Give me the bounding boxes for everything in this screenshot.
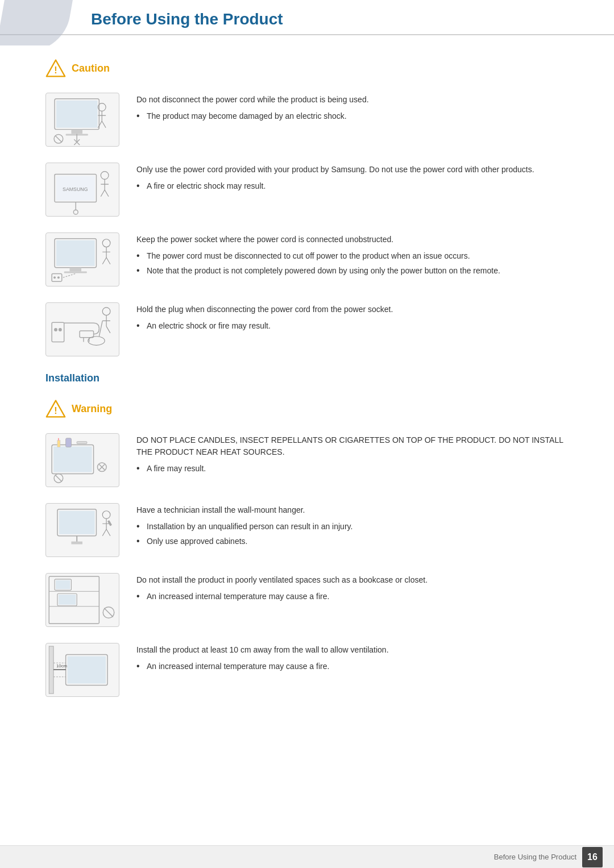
svg-rect-42 [80, 331, 93, 338]
warning-bullet-2-1: Only use approved cabinets. [136, 535, 569, 547]
warning-label: Warning [72, 403, 112, 415]
warning-icon: ! [45, 398, 66, 419]
caution-text-2: Only use the power cord provided with yo… [136, 163, 569, 195]
svg-rect-54 [53, 447, 92, 472]
svg-line-60 [55, 475, 62, 481]
caution-image-1 [45, 93, 119, 147]
svg-line-15 [55, 135, 62, 142]
warning-main-1: DO NOT PLACE CANDLES, INSECT REPELLANTS … [136, 434, 569, 458]
caution-image-4 [45, 302, 119, 356]
svg-line-82 [104, 608, 113, 617]
header-decoration [0, 0, 74, 45]
svg-point-68 [102, 511, 110, 519]
warning-image-3 [45, 573, 119, 627]
caution-item-2: SAMSUNG Only use the power cord provided… [45, 163, 569, 217]
caution-image-3 [45, 232, 119, 286]
svg-rect-80 [56, 580, 70, 589]
svg-rect-78 [59, 595, 76, 605]
svg-rect-4 [71, 130, 82, 134]
caution-main-1: Do not disconnect the power cord while t… [136, 94, 569, 106]
svg-line-25 [105, 190, 109, 197]
caution-main-2: Only use the power cord provided with yo… [136, 164, 569, 176]
svg-rect-27 [56, 240, 95, 266]
svg-text:SAMSUNG: SAMSUNG [63, 186, 88, 192]
warning-image-4: 10cm [45, 643, 119, 697]
svg-line-37 [102, 258, 106, 264]
svg-line-38 [106, 258, 110, 264]
svg-line-72 [106, 529, 110, 536]
svg-line-33 [63, 273, 76, 277]
svg-rect-73 [107, 520, 112, 526]
svg-point-45 [88, 337, 105, 346]
caution-text-1: Do not disconnect the power cord while t… [136, 93, 569, 125]
svg-rect-29 [64, 272, 87, 273]
svg-point-21 [101, 172, 109, 180]
warning-item-2: Have a technician install the wall-mount… [45, 503, 569, 557]
warning-item-3: Do not install the product in poorly ven… [45, 573, 569, 627]
caution-text-3: Keep the power socket where the power co… [136, 232, 569, 280]
svg-text:10cm: 10cm [56, 663, 67, 668]
svg-rect-85 [68, 657, 106, 684]
caution-bullets-3: The power cord must be disconnected to c… [136, 250, 569, 277]
svg-line-71 [102, 529, 106, 536]
svg-point-46 [102, 308, 110, 315]
caution-bullets-4: An electric shock or fire may result. [136, 320, 569, 332]
warning-bullets-1: A fire may result. [136, 463, 569, 475]
svg-rect-83 [49, 646, 53, 693]
svg-text:!: ! [54, 65, 57, 75]
svg-line-12 [98, 121, 102, 128]
svg-point-41 [59, 328, 62, 331]
footer-page-number: 16 [582, 847, 603, 867]
svg-rect-65 [59, 511, 95, 534]
page-header: Before Using the Product [0, 0, 614, 35]
caution-bullet-2-0: A fire or electric shock may result. [136, 180, 569, 192]
svg-line-49 [99, 321, 102, 336]
caution-main-3: Keep the power socket where the power co… [136, 234, 569, 246]
warning-bullets-4: An increased internal temperature may ca… [136, 661, 569, 672]
svg-text:!: ! [54, 405, 57, 416]
warning-text-1: DO NOT PLACE CANDLES, INSECT REPELLANTS … [136, 433, 569, 477]
caution-item-3: Keep the power socket where the power co… [45, 232, 569, 286]
warning-bullets-3: An increased internal temperature may ca… [136, 591, 569, 603]
svg-rect-30 [52, 273, 62, 281]
svg-point-40 [54, 328, 57, 331]
caution-item-1: Do not disconnect the power cord while t… [45, 93, 569, 147]
svg-point-32 [57, 276, 60, 279]
footer-label: Before Using the Product [494, 853, 576, 861]
warning-section-badge: ! Warning [45, 398, 569, 419]
caution-label: Caution [72, 63, 110, 74]
warning-bullet-1-0: A fire may result. [136, 463, 569, 475]
caution-bullets-1: The product may become damaged by an ele… [136, 110, 569, 122]
warning-image-2 [45, 503, 119, 557]
warning-main-2: Have a technician install the wall-mount… [136, 504, 569, 516]
warning-text-4: Install the product at least 10 cm away … [136, 643, 569, 675]
svg-rect-55 [57, 441, 60, 447]
warning-item-4: 10cm Install the product at least 10 cm … [45, 643, 569, 697]
warning-bullet-3-0: An increased internal temperature may ca… [136, 591, 569, 603]
caution-bullet-4-0: An electric shock or fire may result. [136, 320, 569, 332]
warning-image-1 [45, 433, 119, 487]
svg-rect-28 [69, 268, 81, 272]
warning-text-2: Have a technician install the wall-mount… [136, 503, 569, 550]
caution-bullet-3-0: The power cord must be disconnected to c… [136, 250, 569, 262]
warning-bullets-2: Installation by an unqualified person ca… [136, 521, 569, 547]
page-title: Before Using the Product [91, 10, 283, 28]
caution-section-badge: ! Caution [45, 58, 569, 78]
caution-item-4: Hold the plug when disconnecting the pow… [45, 302, 569, 356]
main-content: ! Caution [0, 35, 614, 730]
svg-point-34 [102, 239, 110, 247]
svg-point-20 [73, 210, 78, 214]
caution-bullet-3-1: Note that the product is not completely … [136, 265, 569, 277]
caution-bullets-2: A fire or electric shock may result. [136, 180, 569, 192]
warning-text-3: Do not install the product in poorly ven… [136, 573, 569, 605]
svg-rect-3 [56, 101, 97, 128]
page-footer: Before Using the Product 16 [0, 845, 614, 868]
svg-rect-58 [77, 442, 87, 444]
svg-line-24 [101, 190, 105, 197]
caution-image-2: SAMSUNG [45, 163, 119, 217]
caution-text-4: Hold the plug when disconnecting the pow… [136, 302, 569, 335]
caution-icon: ! [45, 58, 66, 78]
warning-main-4: Install the product at least 10 cm away … [136, 644, 569, 656]
svg-point-31 [53, 276, 56, 279]
svg-line-50 [106, 326, 110, 333]
